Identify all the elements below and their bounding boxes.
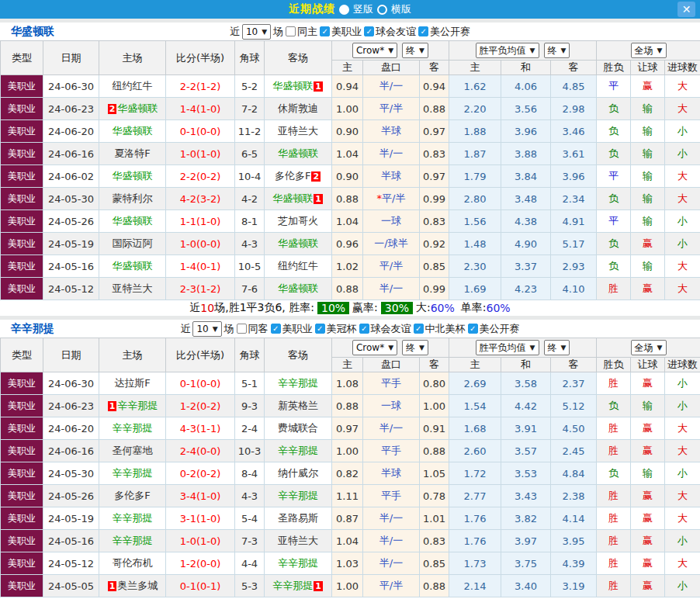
league-checkbox[interactable]: ✓美职业: [320, 25, 362, 39]
ah-away-odds: 0.91: [420, 417, 449, 440]
odds-average-select[interactable]: 胜平负均值▼: [476, 43, 539, 58]
chevron-down-icon: ▼: [561, 47, 567, 54]
rank-badge: 2: [108, 104, 117, 114]
odds-average-select[interactable]: 胜平负均值▼: [476, 340, 539, 355]
away-team: 亚特兰大: [265, 120, 332, 143]
asian-handicap-header: Crow*▼ 终▼: [332, 41, 449, 61]
league-checkbox[interactable]: ✓美职业: [271, 322, 313, 336]
score-text: 4-2(3-2): [180, 193, 221, 205]
section-summary: 近10场,胜1平3负6, 胜率:10%赢率:30%大:60%单率:60%: [0, 300, 700, 316]
away-team: 华盛顿联1: [265, 75, 332, 98]
eu-home-odds: 1.68: [449, 417, 501, 440]
eu-home-odds: 1.76: [449, 530, 501, 552]
handicap-line: 平手: [363, 372, 420, 395]
handicap-text: 半/一: [379, 147, 403, 159]
home-team: 1奥兰多城: [99, 575, 166, 597]
match-result: 负: [597, 395, 631, 417]
eu-home-odds: 1.76: [449, 507, 501, 530]
win-rate-badge: 10%: [317, 302, 349, 314]
goals-result: 大: [665, 165, 700, 188]
close-button[interactable]: ✕: [677, 2, 695, 17]
europe-final-select[interactable]: 终▼: [544, 43, 570, 58]
league-checkbox[interactable]: ✓美公开赛: [418, 25, 470, 39]
unchecked-checkbox-icon[interactable]: [286, 26, 296, 36]
match-result: 负: [597, 188, 631, 210]
handicap-line: 半/一: [363, 75, 420, 98]
match-score: 0-1(0-0): [166, 372, 235, 395]
league-checkbox[interactable]: ✓中北美杯: [414, 322, 466, 336]
ah-away-odds: 0.88: [420, 575, 449, 597]
checked-checkbox-icon[interactable]: ✓: [271, 324, 281, 334]
match-count-select[interactable]: 10▼: [242, 24, 271, 40]
away-team: 辛辛那提: [265, 552, 332, 575]
handicap-line: 半/一: [363, 278, 420, 300]
europe-final-select[interactable]: 终▼: [544, 340, 570, 355]
scope-select[interactable]: 全场▼: [631, 43, 667, 58]
col-away: 客场: [265, 41, 332, 75]
col-ah-away: 客: [420, 358, 449, 372]
europe-odds-header: 胜平负均值▼ 终▼: [449, 338, 597, 358]
away-team: 休斯敦迪: [265, 98, 332, 120]
checked-checkbox-icon[interactable]: ✓: [320, 26, 330, 36]
same-venue-checkbox[interactable]: 同客: [237, 322, 269, 336]
ah-away-odds: 0.85: [420, 255, 449, 278]
asia-final-select[interactable]: 终▼: [402, 43, 428, 58]
handicap-result: 输: [631, 255, 665, 278]
checked-checkbox-icon[interactable]: ✓: [315, 324, 325, 334]
corner-score: 2-4: [235, 417, 265, 440]
vertical-layout-radio[interactable]: [339, 5, 349, 15]
rank-badge: 2: [311, 171, 321, 182]
league-label: 美职业: [331, 25, 362, 39]
summary-record: 场,胜1平3负6, 胜率:: [214, 301, 314, 315]
league-checkbox[interactable]: ✓美公开赛: [468, 322, 520, 336]
col-eu-away: 客: [551, 358, 597, 372]
league-type: 美职业: [1, 395, 43, 417]
handicap-result: 输: [631, 188, 665, 210]
home-team: 华盛顿联: [99, 255, 166, 278]
match-row: 美职业24-06-20华盛顿联0-1(0-0)11-2亚特兰大0.90半球0.9…: [1, 120, 700, 143]
eu-away-odds: 4.10: [551, 278, 597, 300]
unchecked-checkbox-icon[interactable]: [237, 324, 247, 334]
checked-checkbox-icon[interactable]: ✓: [364, 26, 374, 36]
bookmaker-select[interactable]: Crow*▼: [352, 43, 397, 58]
match-score: 2-2(0-2): [166, 165, 235, 188]
match-result: 胜: [597, 485, 631, 507]
match-result: 平: [597, 75, 631, 98]
match-score: 1-0(1-0): [166, 530, 235, 552]
league-label: 美职业: [282, 322, 313, 336]
match-row: 美职业24-05-12哥伦布机1-2(0-0)4-4辛辛那提1.03半/一0.8…: [1, 552, 700, 575]
same-venue-checkbox[interactable]: 同主: [286, 25, 317, 39]
rank-badge: 1: [314, 81, 323, 92]
team-label: 奥兰多城: [117, 580, 158, 591]
checked-checkbox-icon[interactable]: ✓: [414, 324, 424, 334]
asia-final-select[interactable]: 终▼: [402, 340, 428, 355]
horizontal-layout-label[interactable]: 横版: [391, 2, 411, 16]
horizontal-layout-radio[interactable]: [377, 5, 387, 15]
vertical-layout-label[interactable]: 竖版: [353, 2, 373, 16]
league-checkbox[interactable]: ✓球会友谊: [359, 322, 411, 336]
col-goals: 进球数: [665, 61, 700, 75]
league-checkbox[interactable]: ✓球会友谊: [364, 25, 416, 39]
match-count-select[interactable]: 10▼: [192, 321, 221, 337]
away-team: 芝加哥火: [265, 210, 332, 233]
team-label: 芝加哥火: [278, 215, 318, 227]
eu-draw-odds: 4.90: [501, 233, 551, 255]
checked-checkbox-icon[interactable]: ✓: [359, 324, 369, 334]
handicap-line: 半/一: [363, 552, 420, 575]
goals-result: 小: [665, 530, 700, 552]
chevron-down-icon: ▼: [419, 47, 425, 54]
ah-away-odds: 0.94: [420, 75, 449, 98]
league-checkbox[interactable]: ✓美冠杯: [315, 322, 357, 336]
checked-checkbox-icon[interactable]: ✓: [468, 324, 478, 334]
scope-select[interactable]: 全场▼: [631, 340, 667, 355]
checked-checkbox-icon[interactable]: ✓: [418, 26, 428, 36]
eu-home-odds: 2.30: [449, 255, 501, 278]
match-date: 24-05-30: [43, 462, 99, 485]
handicap-result: 赢: [631, 552, 665, 575]
home-team: 辛辛那提: [99, 530, 166, 552]
eu-home-odds: 2.20: [449, 98, 501, 120]
bookmaker-select[interactable]: Crow*▼: [352, 340, 397, 355]
ah-home-odds: 0.97: [332, 417, 363, 440]
eu-draw-odds: 3.58: [501, 372, 551, 395]
score-text: 3-1(1-0): [180, 513, 221, 525]
